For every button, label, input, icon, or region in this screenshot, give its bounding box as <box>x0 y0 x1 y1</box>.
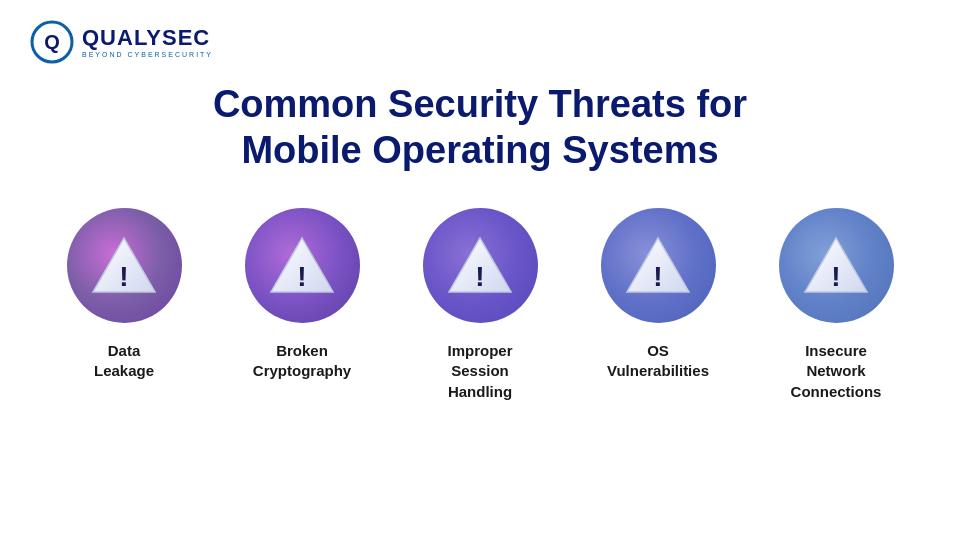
card-broken-cryptography: ! BrokenCryptography <box>227 208 377 382</box>
card-label-os-vulnerabilities: OSVulnerabilities <box>607 341 709 382</box>
icon-circle-os-vulnerabilities: ! <box>601 208 716 323</box>
card-improper-session-handling: ! ImproperSessionHandling <box>405 208 555 402</box>
title-line2: Mobile Operating Systems <box>30 128 930 174</box>
icon-circle-improper-session: ! <box>423 208 538 323</box>
icon-circle-data-leakage: ! <box>67 208 182 323</box>
card-label-insecure-network: InsecureNetworkConnections <box>791 341 882 402</box>
svg-text:!: ! <box>831 261 840 292</box>
title-line1: Common Security Threats for <box>30 82 930 128</box>
logo-main-text: QUALYSEC <box>82 27 213 49</box>
main-title: Common Security Threats for Mobile Opera… <box>30 82 930 173</box>
logo-text-block: QUALYSEC BEYOND CYBERSECURITY <box>82 27 213 58</box>
svg-text:!: ! <box>475 261 484 292</box>
warning-icon: ! <box>267 234 337 297</box>
card-label-broken-cryptography: BrokenCryptography <box>253 341 351 382</box>
svg-text:!: ! <box>297 261 306 292</box>
qualysec-logo-icon: Q <box>30 20 74 64</box>
card-data-leakage: ! DataLeakage <box>49 208 199 382</box>
logo-sub-text: BEYOND CYBERSECURITY <box>82 51 213 58</box>
card-label-improper-session: ImproperSessionHandling <box>447 341 512 402</box>
warning-icon: ! <box>623 234 693 297</box>
icon-circle-insecure-network: ! <box>779 208 894 323</box>
cards-row: ! DataLeakage ! BrokenCry <box>30 208 930 402</box>
page-container: Q QUALYSEC BEYOND CYBERSECURITY Common S… <box>0 0 960 540</box>
card-label-data-leakage: DataLeakage <box>94 341 154 382</box>
card-insecure-network: ! InsecureNetworkConnections <box>761 208 911 402</box>
warning-icon: ! <box>801 234 871 297</box>
warning-icon: ! <box>89 234 159 297</box>
card-os-vulnerabilities: ! OSVulnerabilities <box>583 208 733 382</box>
logo-area: Q QUALYSEC BEYOND CYBERSECURITY <box>30 20 930 64</box>
svg-text:!: ! <box>119 261 128 292</box>
icon-circle-broken-cryptography: ! <box>245 208 360 323</box>
warning-icon: ! <box>445 234 515 297</box>
svg-text:Q: Q <box>44 31 60 53</box>
svg-text:!: ! <box>653 261 662 292</box>
